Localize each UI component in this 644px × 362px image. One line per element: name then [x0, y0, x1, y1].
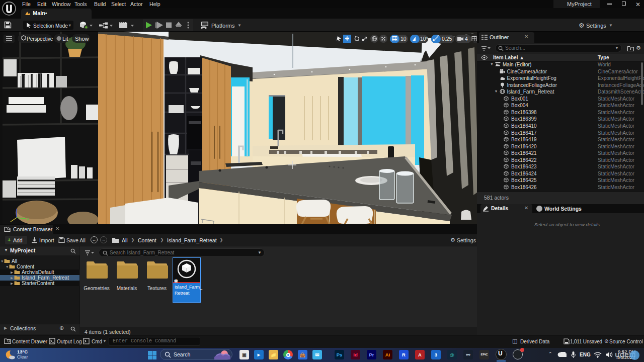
svg-text:Perspective: Perspective — [27, 36, 53, 42]
svg-text:Show: Show — [75, 36, 89, 42]
svg-text:y: y — [27, 217, 29, 221]
svg-text:10°: 10° — [420, 36, 428, 42]
svg-text:4: 4 — [465, 36, 468, 42]
svg-text:Lit: Lit — [62, 36, 68, 42]
svg-text:0.25: 0.25 — [442, 36, 452, 42]
svg-text:10: 10 — [400, 36, 407, 42]
